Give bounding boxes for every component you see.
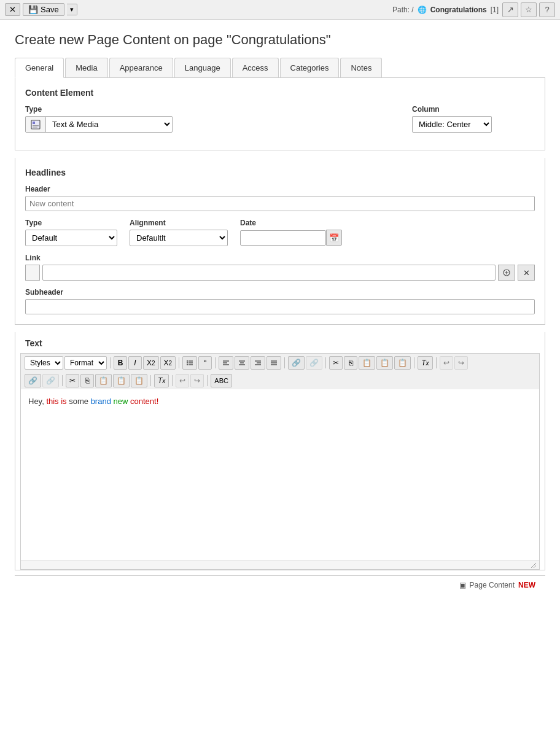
svg-point-9	[187, 362, 188, 363]
redo-button-2[interactable]: ↪	[190, 374, 204, 387]
type-select[interactable]: Text & Media	[46, 117, 172, 132]
cut-button-2[interactable]: ✂	[66, 374, 79, 387]
undo-button-2[interactable]: ↩	[176, 374, 189, 387]
path-globe-icon: 🌐	[418, 6, 427, 14]
tab-appearance[interactable]: Appearance	[109, 58, 173, 77]
format-select[interactable]: Format	[64, 356, 107, 370]
external-link-button[interactable]: ↗	[502, 2, 518, 17]
svg-point-8	[187, 360, 188, 362]
tab-language[interactable]: Language	[174, 58, 231, 77]
header-type-field: Type Default	[25, 219, 117, 246]
insert-link-button[interactable]: 🔗	[288, 356, 305, 370]
superscript-button[interactable]: X2	[160, 356, 176, 370]
align-right-button[interactable]	[251, 356, 265, 370]
save-dropdown-button[interactable]: ▾	[67, 4, 77, 15]
align-justify-button[interactable]	[266, 356, 281, 370]
remove-link-button[interactable]: 🔗	[306, 356, 322, 370]
paste-button[interactable]: 📋	[359, 356, 375, 370]
list-button[interactable]	[182, 356, 197, 370]
header-label: Header	[25, 185, 535, 193]
link-label: Link	[25, 254, 535, 262]
column-select[interactable]: Middle: Center Normal Left Right	[412, 116, 492, 133]
top-bar-left: ✕ 💾 Save ▾	[5, 3, 77, 16]
rte-toolbar-row1: Styles Format B I X2 X2 “	[20, 353, 540, 372]
svg-point-10	[187, 364, 188, 365]
paste-text-button-2[interactable]: 📋	[113, 374, 130, 387]
link-clear-button[interactable]: ✕	[518, 265, 535, 281]
bold-button[interactable]: B	[114, 356, 127, 370]
type-column-row: Type Text & Media	[25, 105, 535, 133]
italic-button[interactable]: I	[128, 356, 142, 370]
link-browse-button[interactable]	[498, 265, 515, 281]
link-row: ✕	[25, 265, 535, 281]
type-field: Type Text & Media	[25, 105, 400, 133]
header-input[interactable]	[25, 196, 535, 211]
align-left-button[interactable]	[219, 356, 233, 370]
text-section-title: Text	[15, 332, 545, 348]
subscript-button[interactable]: X2	[143, 356, 159, 370]
tab-media[interactable]: Media	[65, 58, 107, 77]
subheader-input[interactable]	[25, 299, 535, 314]
spellcheck-button[interactable]: ABC	[211, 374, 232, 387]
content-element-title: Content Element	[25, 88, 535, 98]
copy-button-2[interactable]: ⎘	[80, 374, 94, 387]
undo-button[interactable]: ↩	[440, 356, 453, 370]
tab-access[interactable]: Access	[232, 58, 279, 77]
tab-notes[interactable]: Notes	[340, 58, 382, 77]
svg-rect-3	[33, 126, 37, 128]
toolbar-separator-5	[325, 357, 326, 368]
date-input[interactable]	[240, 230, 326, 246]
svg-rect-2	[33, 125, 39, 126]
top-bar-right: Path: / 🌐 Congratulations [1] ↗ ☆ ?	[392, 2, 555, 17]
save-button[interactable]: 💾 Save	[23, 3, 64, 16]
redo-button[interactable]: ↪	[454, 356, 468, 370]
bottom-bar-status: NEW	[518, 581, 535, 589]
cut-button[interactable]: ✂	[329, 356, 343, 370]
type-select-wrapper: Text & Media	[25, 116, 173, 133]
toolbar-separator-6	[414, 357, 414, 368]
align-center-button[interactable]	[235, 356, 249, 370]
blockquote-button[interactable]: “	[198, 356, 212, 370]
header-date-label: Date	[240, 219, 535, 227]
paste-text-button[interactable]: 📋	[376, 356, 393, 370]
remove-link-button-2[interactable]: 🔗	[42, 374, 59, 387]
header-type-select[interactable]: Default	[25, 230, 117, 246]
rte-resize-handle[interactable]	[20, 561, 540, 570]
close-button[interactable]: ✕	[5, 3, 20, 16]
star-button[interactable]: ☆	[521, 2, 537, 17]
link-input[interactable]	[42, 265, 496, 281]
subheader-label: Subheader	[25, 288, 535, 297]
column-field: Column Middle: Center Normal Left Right	[412, 105, 535, 133]
type-icon	[26, 117, 46, 132]
top-bar-icons: ↗ ☆ ?	[502, 2, 555, 17]
remove-format-button-2[interactable]: Tx	[154, 374, 169, 387]
svg-rect-1	[33, 122, 35, 124]
header-date-field: Date 📅	[240, 219, 535, 246]
copy-button[interactable]: ⎘	[344, 356, 357, 370]
insert-link-button-2[interactable]: 🔗	[25, 374, 41, 387]
rte-toolbar-wrapper: Styles Format B I X2 X2 “	[15, 348, 545, 389]
bottom-bar-icon: ▣	[459, 581, 466, 589]
toolbar2-separator-1	[62, 375, 63, 386]
type-label: Type	[25, 105, 400, 114]
remove-format-button[interactable]: Tx	[418, 356, 432, 370]
toolbar2-separator-2	[150, 375, 151, 386]
rte-toolbar-row2: 🔗 🔗 ✂ ⎘ 📋 📋 📋 Tx ↩ ↪ ABC	[20, 372, 540, 389]
paste-button-2[interactable]: 📋	[95, 374, 112, 387]
rte-content[interactable]: Hey, this is some brand new content!	[20, 389, 540, 561]
header-options-row: Type Default Alignment Defaultlt Date 📅	[25, 219, 535, 246]
tab-categories[interactable]: Categories	[280, 58, 340, 77]
header-alignment-select[interactable]: Defaultlt	[130, 230, 228, 246]
column-label: Column	[412, 105, 535, 114]
date-wrapper: 📅	[240, 230, 535, 246]
toolbar-separator-3	[215, 357, 216, 368]
header-alignment-field: Alignment Defaultlt	[130, 219, 228, 246]
top-bar: ✕ 💾 Save ▾ Path: / 🌐 Congratulations [1]…	[0, 0, 560, 20]
tab-general[interactable]: General	[15, 58, 64, 78]
paste-word-button[interactable]: 📋	[394, 356, 411, 370]
styles-select[interactable]: Styles	[25, 356, 63, 370]
paste-word-button-2[interactable]: 📋	[131, 374, 147, 387]
calendar-button[interactable]: 📅	[326, 230, 342, 246]
toolbar-separator-2	[179, 357, 179, 368]
help-button[interactable]: ?	[539, 2, 555, 17]
